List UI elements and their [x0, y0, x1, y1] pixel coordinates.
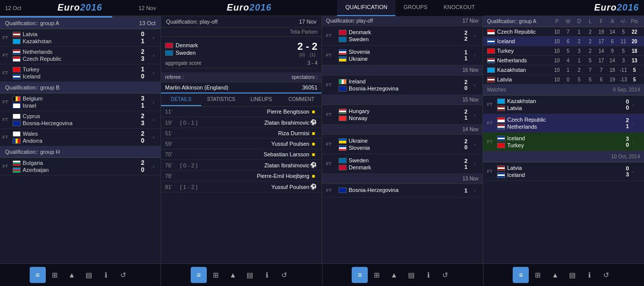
aggregate-row: aggregate score 3 - 4 — [165, 59, 317, 68]
entry-arrow[interactable]: › — [471, 82, 478, 88]
standings-row-iceland[interactable]: Iceland 10 6 2 2 17 6 11 20 — [483, 37, 644, 46]
toolbar-list2-btn[interactable]: ≡ — [191, 267, 207, 283]
match-row[interactable]: FT Netherlands Czech Republic 23 › — [0, 47, 160, 64]
match-arrow[interactable]: › — [149, 117, 158, 123]
date-section-16nov: 16 Nov — [322, 65, 482, 75]
toolbar-refresh2-btn[interactable]: ↺ — [276, 267, 292, 283]
flag-czech — [487, 29, 495, 35]
match-row[interactable]: FT Wales Andorra 20 › — [0, 129, 160, 146]
toolbar-news4-btn[interactable]: ▤ — [564, 267, 580, 283]
recent-arrow[interactable]: › — [632, 120, 640, 126]
spectators-label: spectators : — [291, 74, 317, 80]
match-arrow[interactable]: › — [149, 52, 158, 58]
flag-iceland — [497, 172, 505, 178]
match-row[interactable]: FT Latvia Kazakhstan 01 › — [0, 29, 160, 47]
toolbar-shirt-btn[interactable]: ▲ — [64, 267, 80, 283]
match-entry[interactable]: FT Denmark Sweden 2 2 › — [322, 26, 482, 46]
recent-match[interactable]: FT Latvia Iceland 0 3 › — [483, 162, 644, 181]
entry-arrow[interactable]: › — [471, 112, 478, 118]
match-arrow[interactable]: › — [149, 70, 158, 76]
match-entry[interactable]: FT Ukraine Slovenia 2 0 › — [322, 135, 482, 154]
yellow-card-icon: ■ — [309, 130, 317, 136]
toolbar-info3-btn[interactable]: ℹ — [420, 267, 436, 283]
match-entry[interactable]: FT Ireland Bosnia-Herzegovina 2 0 › — [322, 75, 482, 95]
flag-denmark — [165, 43, 173, 48]
toolbar-info2-btn[interactable]: ℹ — [259, 267, 275, 283]
recent-arrow[interactable]: › — [632, 168, 640, 174]
tab-lineups[interactable]: LINEUPS — [242, 93, 282, 106]
left-header: 12 Oct Euro2016 12 Nov — [0, 3, 161, 13]
toolbar-section-4: ≡ ⊞ ▲ ▤ ℹ ↺ — [484, 264, 644, 286]
toolbar-squad4-btn[interactable]: ⊞ — [530, 267, 546, 283]
date-section-15nov: 15 Nov — [322, 95, 482, 105]
main-content: Qualification:: group A 13 Oct FT Latvia… — [0, 16, 644, 263]
recent-arrow[interactable]: › — [632, 139, 640, 145]
flag-latvia — [497, 165, 505, 171]
tab-groups[interactable]: GROUPS — [395, 0, 436, 16]
flag-bosnia — [13, 121, 21, 126]
match-entry[interactable]: FT Bosnia-Herzegovina 1 › — [322, 184, 482, 198]
toolbar-shirt4-btn[interactable]: ▲ — [547, 267, 563, 283]
flag-netherlands — [487, 58, 495, 63]
toolbar-squad-btn[interactable]: ⊞ — [47, 267, 63, 283]
toolbar-squad2-btn[interactable]: ⊞ — [208, 267, 224, 283]
entry-arrow[interactable]: › — [471, 33, 478, 39]
flag-czech — [13, 56, 21, 62]
toolbar-shirt3-btn[interactable]: ▲ — [386, 267, 402, 283]
tab-comment[interactable]: COMMENT — [281, 93, 321, 106]
standings-row[interactable]: Netherlands 10 4 1 5 17 14 3 13 — [483, 56, 644, 65]
toolbar-refresh3-btn[interactable]: ↺ — [437, 267, 453, 283]
match-arrow[interactable]: › — [149, 134, 158, 140]
entry-arrow[interactable]: › — [471, 141, 478, 147]
toolbar-news2-btn[interactable]: ▤ — [242, 267, 258, 283]
toolbar-squad3-btn[interactable]: ⊞ — [369, 267, 385, 283]
event-row: 19' [ 0 - 1 ] Zlatan Ibrahimovic ⚽ — [161, 117, 321, 128]
left-date2: 12 Nov — [138, 5, 156, 11]
flag-iceland — [13, 74, 21, 79]
entry-arrow[interactable]: › — [471, 187, 478, 194]
match-arrow[interactable]: › — [149, 99, 158, 105]
match-row[interactable]: FT Belgium Israel 31 › — [0, 93, 160, 111]
flag-latvia — [13, 32, 21, 37]
toolbar-info-btn[interactable]: ℹ — [98, 267, 114, 283]
match-entry[interactable]: FT Slovenia Ukraine 1 1 › — [322, 46, 482, 65]
right-logo: Euro2016 — [594, 3, 639, 13]
match-arrow[interactable]: › — [149, 163, 158, 169]
match-row[interactable]: FT Bulgaria Azerbaijan 20 › — [0, 158, 160, 175]
group-a-title: Qualification:: group A — [5, 20, 59, 26]
toolbar-shirt2-btn[interactable]: ▲ — [225, 267, 241, 283]
match-arrow[interactable]: › — [149, 35, 158, 41]
toolbar-refresh4-btn[interactable]: ↺ — [598, 267, 614, 283]
match-row[interactable]: FT Cyprus Bosnia-Herzegovina 23 › — [0, 111, 160, 129]
standings-row[interactable]: Turkey 10 5 3 2 14 9 5 18 — [483, 46, 644, 56]
tab-knockout[interactable]: KNOCKOUT — [436, 0, 483, 16]
tab-qualification[interactable]: QUALIFICATION — [337, 0, 395, 16]
tab-statistics[interactable]: STATISTICS — [201, 93, 242, 106]
entry-arrow[interactable]: › — [471, 52, 478, 58]
flag-iceland — [497, 136, 505, 141]
flag-sweden — [165, 50, 173, 56]
toolbar-news3-btn[interactable]: ▤ — [403, 267, 419, 283]
match-entry[interactable]: FT Hungary Norway 2 1 › — [322, 105, 482, 125]
standings-row[interactable]: Czech Republic 10 7 1 2 19 14 5 22 — [483, 27, 644, 37]
toolbar-list3-btn[interactable]: ≡ — [352, 267, 368, 283]
center-logo: Euro2016 — [227, 3, 272, 13]
entry-arrow[interactable]: › — [471, 161, 478, 167]
tab-details[interactable]: DETAILS — [161, 93, 201, 106]
flag-denmark — [339, 165, 347, 170]
toolbar-news-btn[interactable]: ▤ — [81, 267, 97, 283]
toolbar-list4-btn[interactable]: ≡ — [513, 267, 529, 283]
toolbar-info4-btn[interactable]: ℹ — [581, 267, 597, 283]
recent-match[interactable]: FT Kazakhstan Latvia 0 0 › — [483, 96, 644, 114]
match-entry[interactable]: FT Sweden Denmark 2 1 › — [322, 154, 482, 174]
recent-arrow[interactable]: › — [632, 102, 640, 108]
recent-match-czech[interactable]: FT Czech Republic Netherlands 2 1 › — [483, 114, 644, 133]
standings-row[interactable]: Kazakhstan 10 1 2 7 7 18 -11 5 — [483, 65, 644, 75]
recent-match-iceland[interactable]: FT Iceland Turkey 3 0 › — [483, 133, 644, 151]
toolbar-refresh-btn[interactable]: ↺ — [115, 267, 131, 283]
match-row[interactable]: FT Turkey Iceland 10 › — [0, 64, 160, 82]
toolbar-list-btn[interactable]: ≡ — [30, 267, 46, 283]
standings-row[interactable]: Latvia 10 0 5 5 6 19 -13 5 — [483, 75, 644, 84]
top-bar: 12 Oct Euro2016 12 Nov Euro2016 QUALIFIC… — [0, 0, 644, 16]
group-a-header: Qualification:: group A 13 Oct — [0, 18, 160, 29]
